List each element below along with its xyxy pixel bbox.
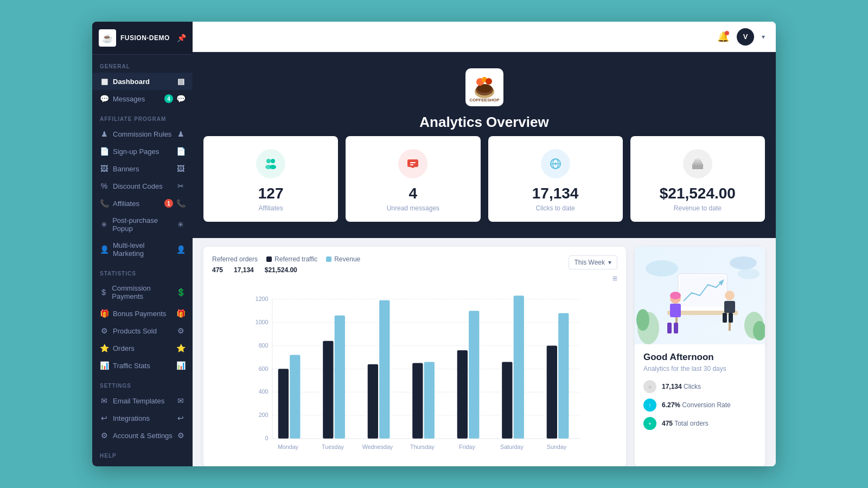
- integrations-label: Integrations: [113, 414, 150, 422]
- messages-label: Messages: [113, 95, 145, 103]
- orders-right-icon: ⭐: [176, 344, 185, 352]
- app-container: ☕ FUSION-DEMO 📌 General ▦ Dashboard ▤ 💬 …: [92, 22, 776, 466]
- notification-bell[interactable]: 🔔: [717, 31, 729, 43]
- svg-text:Monday: Monday: [278, 444, 299, 450]
- section-label-general: General: [92, 55, 193, 73]
- illustration-area: [635, 247, 765, 344]
- analytics-item-clicks: ○ 17,134 Clicks: [643, 380, 756, 393]
- clicks-stat-icon: [541, 149, 570, 178]
- section-label-settings: Settings: [92, 374, 193, 392]
- products-sold-icon: ⚙: [100, 326, 108, 335]
- svg-rect-46: [379, 300, 390, 439]
- signup-pages-label: Sign-up Pages: [113, 147, 159, 156]
- sidebar-item-multi-level[interactable]: 👤 Multi-level Marketing 👤: [92, 237, 193, 262]
- revenue-stat-number: $21,524.00: [660, 185, 736, 202]
- hero-logo-svg: COFFEESHOP: [468, 71, 501, 104]
- integrations-icon: ↩: [100, 414, 108, 422]
- affiliates-right-icon: 📞: [176, 199, 185, 208]
- sidebar-item-email-templates[interactable]: ✉ Email Templates ✉: [92, 392, 193, 409]
- user-menu-chevron[interactable]: ▾: [762, 33, 765, 41]
- sidebar-item-bonus-payments[interactable]: 🎁 Bonus Payments 🎁: [92, 305, 193, 322]
- legend-referred-orders: Referred orders: [212, 255, 258, 263]
- orders-label: Orders: [113, 344, 135, 352]
- chart-legends: Referred orders Referred traffic Revenue: [212, 255, 360, 263]
- svg-rect-42: [323, 341, 333, 439]
- banners-label: Banners: [113, 165, 139, 173]
- sidebar-item-commission-rules[interactable]: ♟ Commission Rules ♟: [92, 125, 193, 143]
- sidebar-item-account-settings[interactable]: ⚙ Account & Settings ⚙: [92, 427, 193, 444]
- svg-point-11: [270, 165, 276, 169]
- topbar: 🔔 V ▾: [193, 22, 776, 52]
- affiliates-label: Affiliates: [113, 200, 139, 208]
- pin-icon[interactable]: 📌: [177, 34, 186, 42]
- section-label-statistics: Statistics: [92, 262, 193, 280]
- sidebar-item-dashboard[interactable]: ▦ Dashboard ▤: [92, 73, 193, 90]
- chart-stats: 475 17,134 $21,524.00: [212, 266, 360, 274]
- legend-referred-orders-label: Referred orders: [212, 255, 258, 263]
- stat-card-clicks: 17,134 Clicks to date: [488, 136, 623, 222]
- sidebar-item-messages[interactable]: 💬 Messages 4 💬: [92, 90, 193, 107]
- messages-stat-number: 4: [409, 185, 418, 202]
- svg-point-60: [646, 260, 678, 277]
- content-area: COFFEESHOP Analytics Overview 127 Affili…: [193, 52, 776, 466]
- messages-stat-label: Unread messages: [387, 204, 439, 212]
- stat-card-messages: 4 Unread messages: [346, 136, 480, 222]
- svg-rect-49: [424, 362, 435, 438]
- discount-codes-label: Discount Codes: [113, 182, 163, 190]
- sidebar-item-commission-payments[interactable]: $ Commission Payments 💲: [92, 280, 193, 305]
- svg-rect-45: [368, 364, 378, 439]
- svg-text:1200: 1200: [256, 296, 269, 302]
- period-dropdown[interactable]: This Week ▾: [569, 255, 617, 269]
- svg-rect-79: [729, 313, 733, 323]
- section-label-help: Help: [92, 444, 193, 462]
- right-panel: Good Afternoon Analytics for the last 30…: [635, 247, 765, 466]
- chart-menu-icon[interactable]: ≡: [612, 274, 617, 284]
- svg-text:600: 600: [259, 365, 269, 372]
- svg-rect-74: [674, 323, 678, 333]
- user-avatar[interactable]: V: [737, 28, 754, 46]
- sidebar-item-affiliates[interactable]: 📞 Affiliates 1 📞: [92, 195, 193, 212]
- sidebar-item-discount-codes[interactable]: % Discount Codes ✂: [92, 177, 193, 195]
- sidebar-item-signup-pages[interactable]: 📄 Sign-up Pages 📄: [92, 143, 193, 160]
- svg-rect-55: [514, 296, 524, 439]
- clicks-analytics-text: 17,134 Clicks: [662, 383, 701, 390]
- bonus-payments-icon: 🎁: [100, 309, 108, 318]
- sidebar-item-traffic-stats[interactable]: 📊 Traffic Stats 📊: [92, 357, 193, 374]
- legend-revenue: Revenue: [326, 255, 360, 263]
- sidebar-item-integrations[interactable]: ↩ Integrations ↩: [92, 409, 193, 427]
- revenue-stat-label: Revenue to date: [674, 204, 722, 212]
- sidebar-header: ☕ FUSION-DEMO 📌: [92, 22, 193, 55]
- sidebar-item-post-purchase[interactable]: ✳ Post-purchase Popup ✳: [92, 212, 193, 237]
- legend-revenue-dot: [326, 256, 331, 262]
- svg-rect-43: [335, 316, 345, 439]
- dashboard-label: Dashboard: [113, 78, 150, 86]
- greeting-text: Good Afternoon: [643, 352, 756, 363]
- commission-payments-label: Commission Payments: [112, 284, 176, 300]
- svg-rect-54: [502, 362, 512, 438]
- clicks-dot: ○: [643, 380, 656, 393]
- signup-pages-icon: 📄: [100, 147, 108, 156]
- legend-traffic-label: Referred traffic: [275, 255, 317, 263]
- products-right-icon: ⚙: [176, 326, 185, 335]
- svg-rect-72: [670, 304, 681, 317]
- analytics-period-label: Analytics for the last 30 days: [643, 365, 756, 373]
- svg-point-61: [730, 256, 757, 269]
- analytics-item-conversion: ↑ 6.27% Conversion Rate: [643, 399, 756, 412]
- sidebar-item-products-sold[interactable]: ⚙ Products Sold ⚙: [92, 322, 193, 339]
- sidebar-item-orders[interactable]: ⭐ Orders ⭐: [92, 339, 193, 357]
- conversion-analytics-text: 6.27% Conversion Rate: [662, 401, 731, 409]
- affiliates-stat-number: 127: [258, 185, 284, 202]
- bonus-right-icon: 🎁: [176, 309, 185, 318]
- logo-text: FUSION-DEMO: [120, 34, 170, 42]
- integrations-right-icon: ↩: [176, 414, 185, 422]
- svg-rect-15: [410, 164, 413, 165]
- clicks-stat-label: Clicks to date: [536, 204, 575, 212]
- svg-rect-77: [724, 301, 735, 313]
- sidebar-item-banners[interactable]: 🖼 Banners 🖼: [92, 160, 193, 177]
- post-purchase-icon: ✳: [100, 220, 108, 229]
- chart-revenue-value: $21,524.00: [265, 266, 297, 274]
- hero-title: Analytics Overview: [419, 114, 548, 131]
- svg-text:Sunday: Sunday: [547, 444, 567, 450]
- svg-point-6: [486, 78, 492, 85]
- stat-card-revenue: $21,524.00 Revenue to date: [630, 136, 765, 222]
